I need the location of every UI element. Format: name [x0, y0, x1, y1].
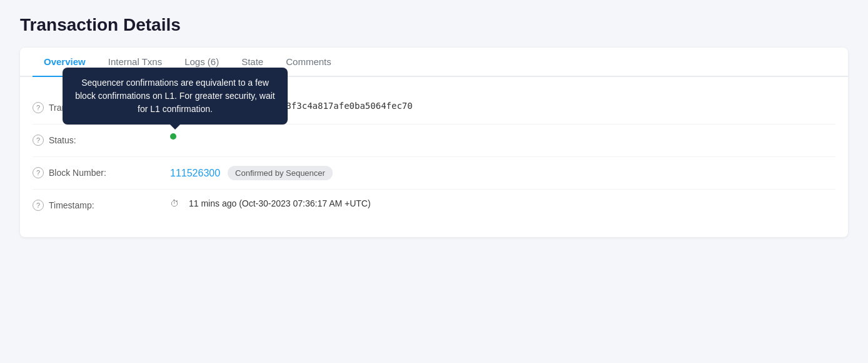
block-number-value[interactable]: 111526300 — [170, 168, 220, 179]
block-number-label-col: ? Block Number: — [33, 166, 170, 178]
tab-overview[interactable]: Overview — [33, 48, 97, 77]
tab-comments[interactable]: Comments — [275, 48, 343, 77]
block-number-value-col: 111526300 Confirmed by Sequencer — [170, 166, 835, 180]
page-title: Transaction Details — [20, 15, 848, 35]
timestamp-value-col: ⏱ 11 mins ago (Oct-30-2023 07:36:17 AM +… — [170, 198, 835, 208]
status-dot — [170, 133, 176, 140]
tab-state[interactable]: State — [230, 48, 275, 77]
status-value-col: Sequencer confirmations are equivalent t… — [170, 133, 835, 140]
timestamp-help-icon[interactable]: ? — [33, 200, 44, 211]
confirmed-by-sequencer-badge[interactable]: Confirmed by Sequencer — [228, 166, 333, 180]
timestamp-label: Timestamp: — [49, 200, 94, 210]
tx-hash-label: Transaction Hash: — [49, 103, 119, 113]
timestamp-row: ? Timestamp: ⏱ 11 mins ago (Oct-30-2023 … — [33, 190, 835, 222]
status-row: ? Status: Sequencer confirmations are eq… — [33, 125, 835, 157]
block-number-help-icon[interactable]: ? — [33, 167, 44, 178]
clock-icon: ⏱ — [170, 198, 179, 208]
main-card: Overview Internal Txns Logs (6) State Co… — [20, 48, 848, 237]
status-help-icon[interactable]: ? — [33, 135, 44, 146]
timestamp-value: 11 mins ago (Oct-30-2023 07:36:17 AM +UT… — [189, 198, 371, 208]
tab-internal-txns[interactable]: Internal Txns — [97, 48, 173, 77]
page-container: Transaction Details Overview Internal Tx… — [0, 0, 868, 252]
status-label: Status: — [49, 135, 76, 145]
tab-logs[interactable]: Logs (6) — [173, 48, 230, 77]
timestamp-label-col: ? Timestamp: — [33, 198, 170, 211]
tx-hash-help-icon[interactable]: ? — [33, 102, 44, 113]
content-area: ? Transaction Hash: 0x610b9c7a0dd8c99fec… — [20, 77, 848, 237]
block-number-row: ? Block Number: 111526300 Confirmed by S… — [33, 157, 835, 190]
tx-hash-label-col: ? Transaction Hash: — [33, 101, 170, 113]
tab-bar: Overview Internal Txns Logs (6) State Co… — [20, 48, 848, 77]
tooltip-container: Sequencer confirmations are equivalent t… — [170, 133, 180, 140]
status-label-col: ? Status: — [33, 133, 170, 146]
tx-hash-row: ? Transaction Hash: 0x610b9c7a0dd8c99fec… — [33, 92, 835, 125]
tx-hash-value: 0x610b9c7a0dd8c99fec223f3c4a817afe0ba506… — [170, 101, 413, 111]
tx-hash-value-col: 0x610b9c7a0dd8c99fec223f3c4a817afe0ba506… — [170, 101, 835, 111]
block-number-label: Block Number: — [49, 168, 106, 178]
